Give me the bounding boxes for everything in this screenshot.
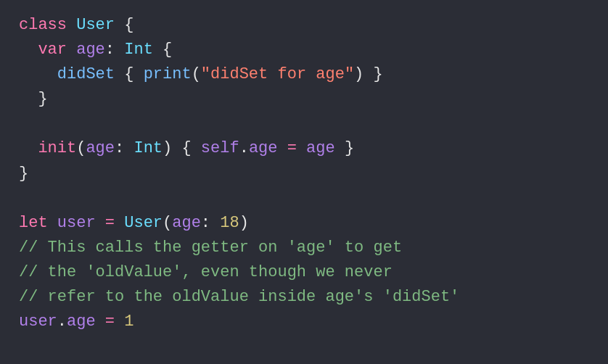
code-line-3: didSet { print("didSet for age") } [19, 62, 589, 87]
code-block: class User { var age: Int { didSet { pri… [19, 13, 589, 334]
str-didset: "didSet for age" [201, 65, 354, 83]
kw-didset: didSet [57, 65, 115, 83]
code-line-4: } [19, 87, 589, 112]
code-line-8 [19, 186, 589, 211]
code-line-6: init(age: Int) { self.age = age } [19, 136, 589, 161]
code-line-12: // refer to the oldValue inside age's 'd… [19, 285, 589, 310]
code-line-2: var age: Int { [19, 38, 589, 62]
code-line-7: } [19, 162, 589, 186]
kw-class: class [19, 16, 67, 34]
fn-print: print [144, 65, 192, 83]
kw-var: var [38, 41, 67, 59]
code-line-9: let user = User(age: 18) [19, 211, 589, 236]
code-line-1: class User { [19, 13, 589, 38]
code-line-10: // This calls the getter on 'age' to get [19, 236, 589, 260]
code-line-13: user.age = 1 [19, 310, 589, 334]
prop-age: age [76, 41, 105, 59]
type-user: User [76, 16, 115, 34]
code-line-11: // the 'oldValue', even though we never [19, 260, 589, 285]
kw-init: init [38, 139, 76, 157]
kw-let: let [19, 214, 48, 232]
code-line-5 [19, 112, 589, 136]
